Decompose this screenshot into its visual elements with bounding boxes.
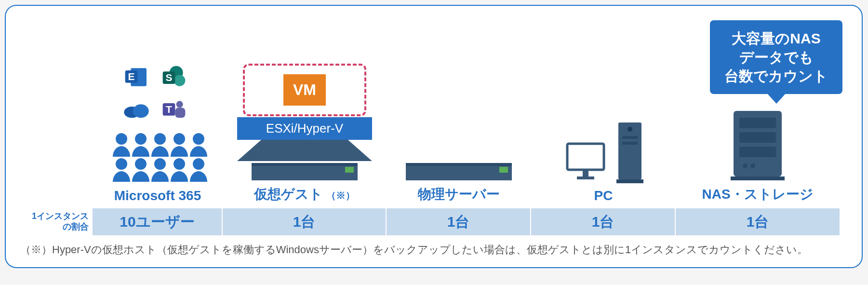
svg-rect-25 — [583, 171, 588, 176]
svg-rect-26 — [577, 176, 594, 179]
svg-rect-33 — [739, 118, 776, 128]
vm-label: VM — [283, 74, 326, 106]
nas-title: NAS・ストレージ — [702, 185, 813, 204]
svg-text:S: S — [165, 72, 172, 83]
diagram-container: 大容量のNAS データでも 台数でカウント E S T — [5, 5, 863, 268]
svg-point-8 — [133, 104, 149, 118]
svg-point-20 — [154, 158, 166, 170]
callout-line: 台数でカウント — [724, 67, 828, 85]
svg-point-36 — [743, 163, 748, 168]
callout-line: 大容量のNAS — [724, 29, 828, 48]
virtual-title: 仮想ゲスト （※） — [254, 185, 356, 204]
pc-title: PC — [594, 188, 613, 204]
col-virtual: VM ESXi/Hyper-V 仮想ゲスト （※） — [223, 15, 387, 204]
svg-point-17 — [193, 133, 204, 145]
svg-point-16 — [174, 133, 185, 145]
m365-title: Microsoft 365 — [114, 188, 201, 204]
onedrive-icon — [122, 95, 151, 124]
svg-rect-24 — [567, 144, 604, 170]
ratio-nas: 1台 — [676, 208, 840, 235]
virtual-title-text: 仮想ゲスト — [254, 187, 323, 202]
svg-rect-10 — [175, 108, 185, 118]
svg-rect-29 — [622, 136, 638, 139]
sharepoint-icon: S — [160, 63, 188, 92]
svg-rect-31 — [616, 179, 643, 183]
teams-icon: T — [160, 95, 188, 124]
ratio-label-line1: 1インスタンス — [32, 211, 89, 221]
physical-title: 物理サーバー — [418, 185, 500, 204]
ratio-pc: 1台 — [531, 208, 676, 235]
trapezoid-icon — [237, 140, 372, 161]
rack-server-icon — [252, 163, 358, 180]
m365-app-icons: E S T — [122, 63, 193, 124]
svg-rect-35 — [739, 147, 776, 157]
svg-marker-23 — [237, 140, 372, 161]
svg-point-15 — [154, 133, 166, 145]
users-icon — [107, 130, 208, 183]
nas-callout: 大容量のNAS データでも 台数でカウント — [710, 20, 842, 94]
svg-point-19 — [135, 158, 147, 170]
callout-line: データでも — [724, 48, 828, 67]
svg-point-14 — [135, 133, 147, 145]
svg-rect-38 — [731, 176, 785, 180]
ratio-row-label: 1インスタンス の割合 — [20, 211, 93, 232]
vm-stack: VM ESXi/Hyper-V — [223, 64, 387, 180]
col-pc: PC — [531, 15, 676, 204]
rack-server-icon — [406, 163, 512, 180]
svg-point-13 — [116, 133, 127, 145]
ratio-row: 1インスタンス の割合 10ユーザー 1台 1台 1台 1台 — [20, 208, 847, 235]
hypervisor-label: ESXi/Hyper-V — [237, 117, 372, 140]
col-m365: E S T — [93, 15, 223, 204]
svg-point-37 — [750, 163, 755, 168]
svg-point-4 — [174, 75, 185, 86]
footnote: （※）Hyper-Vの仮想ホスト（仮想ゲストを稼働するWindowsサーバー）を… — [20, 243, 847, 258]
nas-icon — [729, 108, 787, 180]
ratio-physical: 1台 — [387, 208, 531, 235]
svg-text:T: T — [166, 104, 172, 115]
svg-text:E: E — [128, 71, 134, 82]
ratio-m365: 10ユーザー — [93, 208, 223, 235]
svg-point-21 — [174, 158, 185, 170]
ratio-label-line2: の割合 — [63, 222, 89, 231]
svg-rect-34 — [739, 132, 776, 143]
svg-point-22 — [193, 158, 204, 170]
col-physical: 物理サーバー — [387, 15, 531, 204]
svg-point-28 — [628, 127, 632, 132]
ratio-virtual: 1台 — [223, 208, 387, 235]
exchange-icon: E — [122, 63, 151, 92]
vm-dashed-box: VM — [243, 64, 366, 116]
svg-rect-30 — [622, 142, 638, 145]
virtual-title-note: （※） — [326, 190, 355, 201]
svg-point-18 — [116, 158, 127, 170]
svg-point-9 — [176, 101, 183, 108]
pc-icon — [563, 121, 643, 183]
